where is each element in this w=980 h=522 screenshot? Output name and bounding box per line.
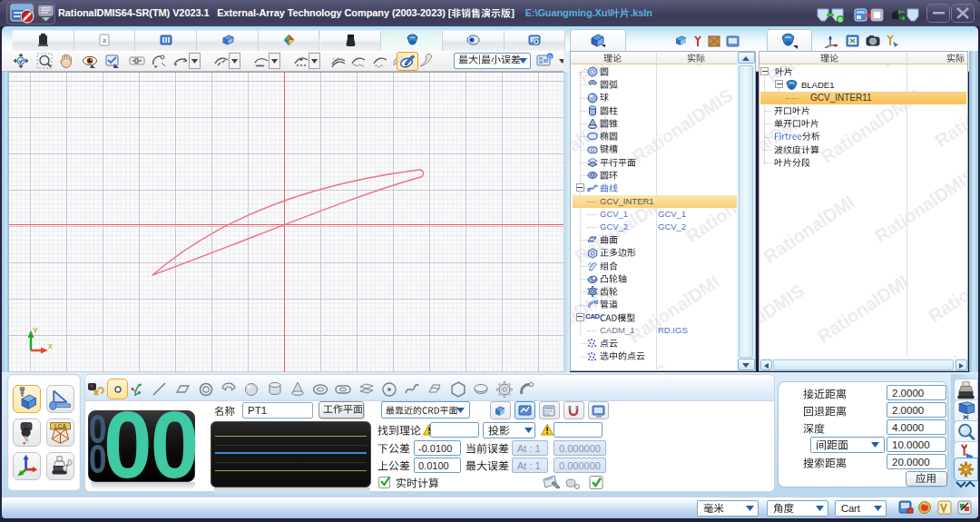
svg-text:D: D <box>548 54 553 60</box>
svg-text:0: 0 <box>838 15 843 23</box>
svg-text:Y: Y <box>33 326 38 335</box>
svg-text:x: x <box>48 341 53 350</box>
svg-text:a: a <box>103 37 106 44</box>
svg-text:LCA: LCA <box>54 423 66 429</box>
